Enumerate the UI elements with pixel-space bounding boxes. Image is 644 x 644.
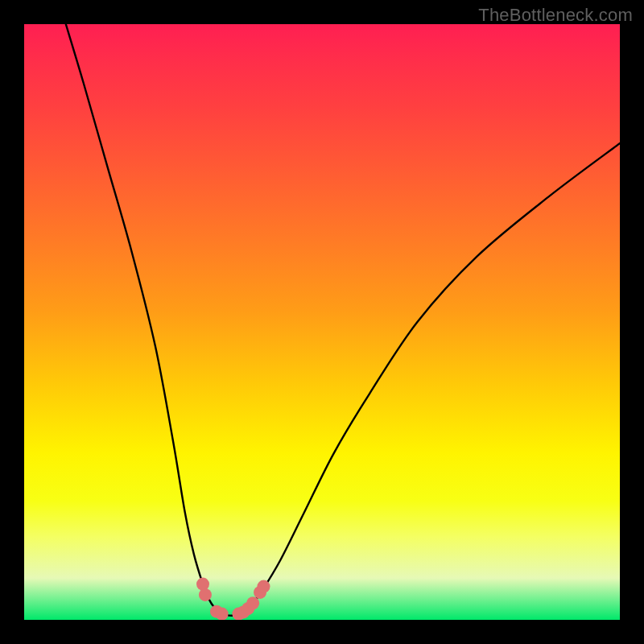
marker-group — [196, 578, 270, 620]
left-dot-lower-2 — [216, 608, 229, 620]
right-dot-upper-2 — [257, 580, 270, 593]
right-dot-lower-4 — [246, 597, 259, 609]
chart-svg — [24, 24, 620, 620]
left-dot-upper-2 — [199, 588, 212, 601]
chart-frame: TheBottleneck.com — [0, 0, 644, 644]
watermark-text: TheBottleneck.com — [478, 5, 633, 26]
curve-right-branch — [245, 143, 620, 613]
curve-left-branch — [66, 24, 221, 613]
left-dot-upper-1 — [196, 578, 209, 591]
plot-area — [24, 24, 620, 620]
